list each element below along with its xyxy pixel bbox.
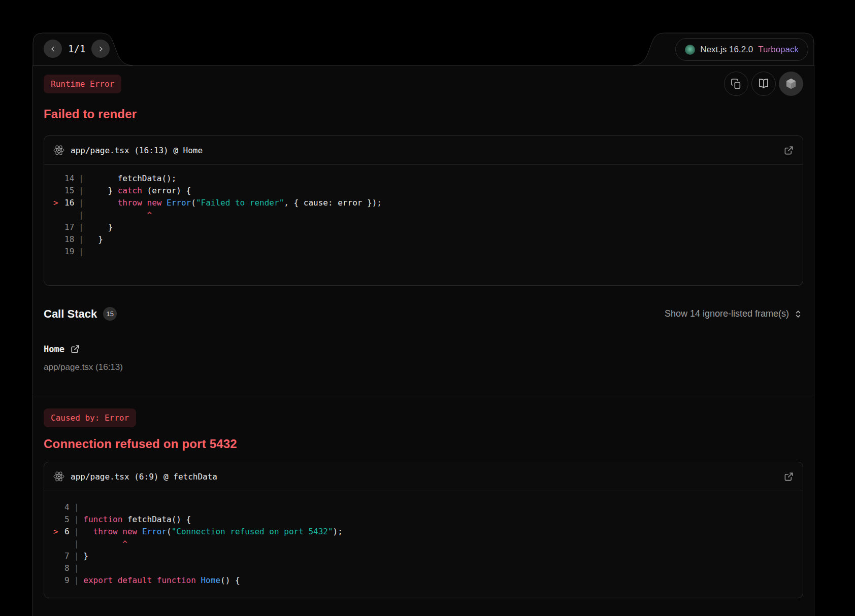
stack-frame-link[interactable]: Home — [44, 344, 803, 354]
caused-by-row: Caused by: Error — [44, 408, 803, 427]
error-overlay-dialog: 1/1 Next.js 16.2.0 Turbopack Runtime Err… — [32, 32, 814, 616]
chevron-left-icon — [49, 45, 57, 53]
react-icon — [53, 471, 64, 482]
nodejs-hexagon-icon — [784, 77, 798, 90]
code-line: 9|export default function Home() { — [53, 574, 794, 587]
book-open-icon — [758, 78, 770, 90]
code-line: 18| } — [53, 233, 794, 246]
code-line: 17| } — [53, 221, 794, 233]
stack-frame-location: app/page.tsx (16:13) — [44, 362, 803, 372]
turbopack-label: Turbopack — [758, 45, 799, 55]
code-line: 5|function fetchData() { — [53, 514, 794, 526]
previous-error-button[interactable] — [44, 40, 62, 58]
code-line: 8| — [53, 562, 794, 574]
runtime-info-button[interactable] — [779, 72, 803, 96]
next-error-button[interactable] — [91, 40, 110, 58]
nextjs-version-label: Next.js 16.2.0 — [700, 45, 753, 55]
code-frame-file-label: app/page.tsx (16:13) @ Home — [71, 146, 778, 155]
stack-frame-entry: Home app/page.tsx (16:13) — [44, 344, 803, 372]
error-pagination: 1/1 — [44, 40, 110, 58]
error-page-indicator: 1/1 — [67, 43, 87, 54]
code-line: 4| — [53, 501, 794, 514]
section-divider — [33, 394, 814, 394]
call-stack-header: Call Stack 15 Show 14 ignore-listed fram… — [44, 307, 803, 321]
code-frame-2: app/page.tsx (6:9) @ fetchData 4| 5|func… — [44, 462, 803, 598]
code-caret-line: | ^ — [53, 538, 794, 550]
dialog-tabs-row: 1/1 Next.js 16.2.0 Turbopack — [32, 32, 814, 65]
copy-icon — [731, 78, 742, 89]
code-frame-1: app/page.tsx (16:13) @ Home 14| fetchDat… — [44, 135, 803, 286]
cause-message-title: Connection refused on port 5432 — [44, 437, 803, 451]
copy-error-button[interactable] — [724, 72, 748, 96]
docs-button[interactable] — [751, 72, 776, 96]
code-frame-source: 4| 5|function fetchData() {>6| throw new… — [44, 491, 803, 598]
call-stack-title-group: Call Stack 15 — [44, 307, 117, 321]
code-line: 7|} — [53, 550, 794, 562]
react-icon — [53, 145, 64, 156]
ignore-listed-frames-toggle[interactable]: Show 14 ignore-listed frame(s) — [665, 309, 803, 319]
call-stack-count-badge: 15 — [103, 307, 117, 321]
code-frame-header[interactable]: app/page.tsx (6:9) @ fetchData — [44, 462, 803, 491]
code-frame-header[interactable]: app/page.tsx (16:13) @ Home — [44, 136, 803, 165]
code-frame-file-label: app/page.tsx (6:9) @ fetchData — [71, 472, 778, 482]
stack-frame-name: Home — [44, 344, 64, 354]
code-line: 14| fetchData(); — [53, 173, 794, 185]
code-frame-source: 14| fetchData(); 15| } catch (error) {>1… — [44, 165, 803, 285]
ignore-listed-frames-label: Show 14 ignore-listed frame(s) — [665, 309, 789, 319]
error-type-badge: Runtime Error — [44, 75, 121, 93]
call-stack-title: Call Stack — [44, 307, 97, 321]
code-line: 19| — [53, 246, 794, 258]
nextjs-version-badge[interactable]: Next.js 16.2.0 Turbopack — [675, 38, 808, 61]
code-line: >16| throw new Error("Failed to render",… — [53, 197, 794, 209]
error-type-row: Runtime Error — [44, 72, 803, 96]
open-in-editor-icon[interactable] — [784, 472, 794, 482]
code-caret-line: | ^ — [53, 209, 794, 221]
dialog-toolbar — [724, 72, 803, 96]
external-link-icon[interactable] — [71, 345, 80, 354]
dialog-body: Runtime Error — [32, 65, 814, 616]
open-in-editor-icon[interactable] — [784, 146, 794, 155]
code-line: >6| throw new Error("Connection refused … — [53, 526, 794, 538]
code-line: 15| } catch (error) { — [53, 185, 794, 197]
error-message-title: Failed to render — [44, 107, 803, 121]
nextjs-status-dot-icon — [685, 45, 695, 55]
caused-by-badge: Caused by: Error — [44, 408, 136, 427]
chevron-up-down-icon — [793, 309, 803, 319]
chevron-right-icon — [97, 45, 105, 53]
